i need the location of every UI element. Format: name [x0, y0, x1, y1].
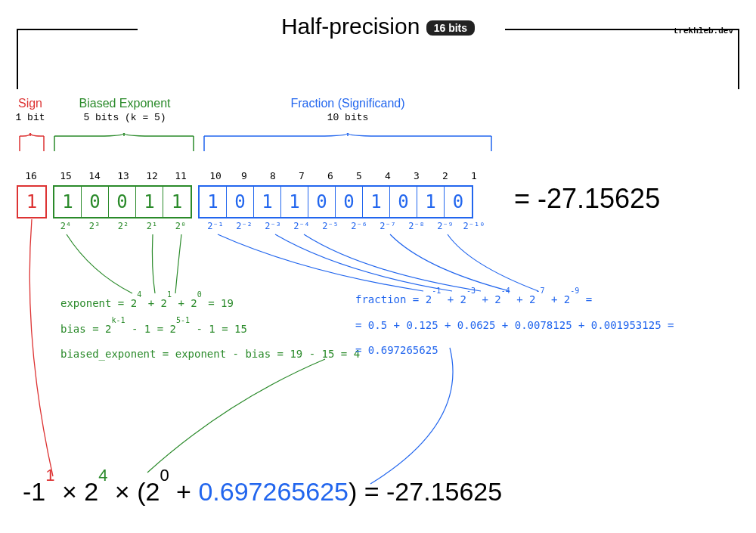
sign-sub: 1 bit — [14, 112, 47, 123]
bit-index: 3 — [402, 170, 431, 181]
bit-index: 8 — [259, 170, 287, 181]
bit-index: 16 — [17, 170, 45, 181]
result-value: = -27.15625 — [514, 183, 660, 215]
sup-exp: 4 — [98, 466, 107, 485]
calc-line: biased_exponent = exponent - bias = 19 -… — [60, 342, 360, 367]
exponent-sub: 5 bits (k = 5) — [53, 112, 197, 123]
bit-index: 5 — [345, 170, 373, 181]
bit-index: 4 — [373, 170, 402, 181]
power: 2⁻⁵ — [316, 221, 345, 231]
fraction-sub: 10 bits — [200, 112, 495, 123]
bit: 1 — [136, 187, 163, 217]
title-bracket-left — [17, 29, 138, 89]
bit-index: 1 — [460, 170, 488, 181]
page-title: Half-precision — [281, 14, 420, 39]
exponent-label: Biased Exponent — [53, 97, 197, 110]
power: 2⁻¹ — [201, 221, 230, 231]
exponent-bits: 1 0 0 1 1 — [53, 185, 192, 218]
bit-index: 15 — [51, 170, 80, 181]
calc-line: fraction = 2-1 + 2-3 + 2-4 + 2-7 + 2-9 = — [355, 287, 674, 313]
bit-index: 11 — [166, 170, 195, 181]
times: × 2 — [62, 477, 98, 506]
fraction-bits: 1 0 1 1 0 0 1 0 1 0 — [198, 185, 473, 218]
bit-indices-row: 16 15 14 13 12 11 10 9 8 7 6 5 4 3 2 1 — [17, 170, 488, 181]
bit: 1 — [281, 187, 308, 217]
powers-row: 2⁴ 2³ 2² 2¹ 2⁰ 2⁻¹ 2⁻² 2⁻³ 2⁻⁴ 2⁻⁵ 2⁻⁶ 2… — [17, 221, 488, 231]
bits-row: 1 1 0 0 1 1 1 0 1 1 0 0 1 0 1 0 — [17, 185, 473, 218]
power: 2⁻¹⁰ — [460, 221, 488, 231]
sup-sign: 1 — [45, 466, 54, 485]
bit-index: 12 — [138, 170, 166, 181]
fraction-label: Fraction (Significand) — [200, 97, 495, 110]
bit: 0 — [109, 187, 136, 217]
bit: 1 — [18, 187, 45, 217]
plus: + — [176, 477, 198, 506]
calc-line: bias = 2k-1 - 1 = 25-1 - 1 = 15 — [60, 317, 360, 342]
calc-line: = 0.5 + 0.125 + 0.0625 + 0.0078125 + 0.0… — [355, 313, 674, 339]
power: 2⁻³ — [259, 221, 287, 231]
power: 2⁻⁴ — [287, 221, 316, 231]
power: 2⁴ — [51, 221, 80, 231]
bit: 0 — [445, 187, 472, 217]
calc-line: = 0.697265625 — [355, 338, 674, 364]
power: 2³ — [80, 221, 109, 231]
power: 2⁻⁹ — [431, 221, 460, 231]
calc-line: exponent = 24 + 21 + 20 = 19 — [60, 291, 360, 317]
bit: 0 — [390, 187, 417, 217]
sup-zero: 0 — [160, 466, 169, 485]
bit: 0 — [336, 187, 363, 217]
bit-index: 14 — [80, 170, 109, 181]
bits-badge: 16 bits — [426, 20, 475, 36]
power: 2⁻⁷ — [373, 221, 402, 231]
power: 2⁻⁶ — [345, 221, 373, 231]
bit: 1 — [417, 187, 445, 217]
power: 2⁰ — [166, 221, 195, 231]
bit-index: 10 — [201, 170, 230, 181]
bit-index: 13 — [109, 170, 138, 181]
power: 2⁻⁸ — [402, 221, 431, 231]
bit: 0 — [308, 187, 336, 217]
bit: 1 — [54, 187, 82, 217]
neg1: -1 — [23, 477, 45, 506]
exponent-calc: exponent = 24 + 21 + 20 = 19 bias = 2k-1… — [60, 291, 360, 367]
bit-index: 7 — [287, 170, 316, 181]
bit: 0 — [82, 187, 109, 217]
power: 2⁻² — [230, 221, 259, 231]
bit: 1 — [363, 187, 390, 217]
bit: 0 — [227, 187, 254, 217]
power: 2² — [109, 221, 138, 231]
bit: 1 — [254, 187, 281, 217]
close: ) = -27.15625 — [349, 477, 502, 506]
bit: 1 — [200, 187, 227, 217]
times: × (2 — [115, 477, 160, 506]
fraction-calc: fraction = 2-1 + 2-3 + 2-4 + 2-7 + 2-9 =… — [355, 287, 674, 364]
bit-index: 6 — [316, 170, 345, 181]
sign-label: Sign — [14, 97, 47, 110]
bit: 1 — [163, 187, 191, 217]
power: 2¹ — [138, 221, 166, 231]
title-bracket-right — [505, 29, 739, 89]
bit-index: 2 — [431, 170, 460, 181]
final-formula: -11 × 24 × (20 + 0.697265625) = -27.1562… — [23, 476, 502, 507]
bit-index: 9 — [230, 170, 259, 181]
sign-bits: 1 — [17, 185, 47, 218]
fraction-value: 0.697265625 — [198, 477, 349, 506]
